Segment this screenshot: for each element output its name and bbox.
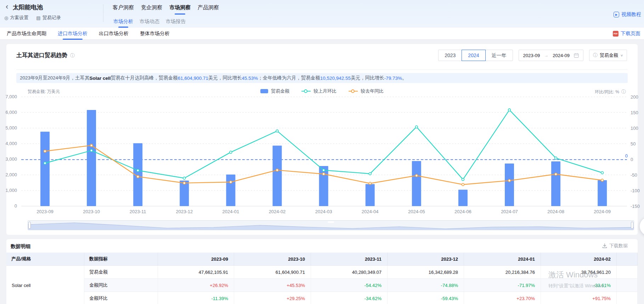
col-header-2024-01: 2024-01 xyxy=(464,253,541,266)
chart-controls: 20232024近一年 2023-09 → 2024-09 ⓘ 贸易金额 ∨ xyxy=(438,50,627,61)
subtab-市场报告[interactable]: 市场报告 xyxy=(166,18,186,28)
info-icon[interactable]: ⓘ xyxy=(70,52,75,59)
tab-竞企洞察[interactable]: 竞企洞察 xyxy=(141,4,162,15)
value-贸易金额-2024-02: 38,764,961.20 xyxy=(541,266,617,279)
page-title: 太阳能电池 xyxy=(13,3,43,11)
download-data-button[interactable]: 下载数据 xyxy=(602,243,628,249)
header-action-贸易记录[interactable]: ▤贸易记录 xyxy=(36,15,61,21)
back-to-top-button[interactable] xyxy=(640,217,644,236)
tab-市场洞察[interactable]: 市场洞察 xyxy=(169,4,191,15)
legend-bar-swatch xyxy=(260,89,268,93)
col-header-2023-10: 2023-10 xyxy=(234,253,311,266)
nav-产品市场生命周期[interactable]: 产品市场生命周期 xyxy=(7,28,46,40)
product-cell: Solar cell xyxy=(6,266,84,304)
summary-text: ；全年低峰为六月，贸易金额 xyxy=(258,75,320,81)
download-page-label: 下载页面 xyxy=(621,31,640,37)
col-header-indicator: 数据指标 xyxy=(84,253,158,266)
row-label-金额环比: 金额环比 xyxy=(84,292,158,304)
row-label-金额同比: 金额同比 xyxy=(84,279,158,292)
value-金额同比-2023-12: -74.88% xyxy=(388,279,464,292)
value-贸易金额-2023-10: 61,604,900.71 xyxy=(234,266,311,279)
legend-item-较上月环比[interactable]: 较上月环比 xyxy=(301,88,337,94)
subtab-市场分析[interactable]: 市场分析 xyxy=(113,18,133,28)
legend-item-较去年同比[interactable]: 较去年同比 xyxy=(349,88,384,94)
table-section-title: 数据明细 xyxy=(11,243,30,250)
summary-highlight: 10,520,942.55 xyxy=(320,76,351,81)
row-filler xyxy=(617,279,638,292)
value-金额同比-2024-01: -71.97% xyxy=(464,279,541,292)
tab-产品洞察[interactable]: 产品洞察 xyxy=(198,4,219,15)
value-金额同比-2024-02: -33.61% xyxy=(541,279,617,292)
year-button-近一年[interactable]: 近一年 xyxy=(485,50,513,61)
subtab-label: 市场报告 xyxy=(166,18,186,24)
value-金额同比-2023-11: -54.42% xyxy=(311,279,388,292)
datazoom-grip[interactable] xyxy=(328,221,334,223)
summary-text: 美元，同比增长 xyxy=(208,75,242,81)
download-page-button[interactable]: PDF 下载页面 xyxy=(613,31,640,37)
divider xyxy=(103,4,103,22)
nav-出口市场分析[interactable]: 出口市场分析 xyxy=(99,28,129,40)
subtab-市场动态[interactable]: 市场动态 xyxy=(140,18,159,28)
video-tutorial-button[interactable]: ▶ 视频教程 xyxy=(614,11,641,18)
analysis-nav: 产品市场生命周期进口市场分析出口市场分析整体市场分析 xyxy=(0,28,644,40)
datazoom-right-handle[interactable] xyxy=(631,222,633,229)
divider xyxy=(16,70,628,70)
summary-text: Solar cell xyxy=(90,76,111,81)
video-tutorial-label: 视频教程 xyxy=(621,11,641,18)
chart-title-row: 土耳其进口贸易趋势 ⓘ xyxy=(16,52,75,59)
summary-text: 贸易在十月达到高峰，贸易金额 xyxy=(111,75,178,81)
active-underline xyxy=(175,13,185,15)
nav-label: 产品市场生命周期 xyxy=(7,31,46,36)
header-action-方案设置[interactable]: ◎方案设置 xyxy=(4,15,28,21)
subtab-label: 市场分析 xyxy=(113,18,133,24)
value-贸易金额-2024-01: 20,216,384.76 xyxy=(464,266,541,279)
download-icon xyxy=(602,243,607,248)
col-header-2024-02: 2024-02 xyxy=(541,253,617,266)
row-filler xyxy=(617,292,638,304)
col-header-filler xyxy=(617,253,638,266)
value-金额环比-2023-10: +29.25% xyxy=(234,292,311,304)
left-axis-unit: 贸易金额: 万美元 xyxy=(28,89,60,95)
datazoom-slider[interactable] xyxy=(28,220,634,230)
date-range-picker[interactable]: 2023-09 → 2024-09 xyxy=(519,50,583,61)
info-icon[interactable]: ⓘ xyxy=(621,89,626,95)
date-range-end: 2024-09 xyxy=(553,53,570,58)
summary-text: 2023年9月至2024年9月，土耳其 xyxy=(20,75,90,81)
back-icon[interactable]: ‹ xyxy=(6,3,8,11)
header-action-label: 方案设置 xyxy=(10,15,28,21)
right-axis-unit-label: 环比/同比: % xyxy=(595,89,619,95)
tab-label: 竞企洞察 xyxy=(141,4,162,10)
value-贸易金额-2023-12: 16,342,689.28 xyxy=(388,266,464,279)
nav-label: 进口市场分析 xyxy=(58,31,87,36)
value-贸易金额-2023-09: 47,662,105.91 xyxy=(158,266,234,279)
play-icon: ▶ xyxy=(614,12,619,17)
row-label-贸易金额: 贸易金额 xyxy=(84,266,158,279)
tab-label: 市场洞察 xyxy=(169,4,191,10)
year-button-2024[interactable]: 2024 xyxy=(462,50,485,61)
legend-ring xyxy=(304,89,307,93)
nav-整体市场分析[interactable]: 整体市场分析 xyxy=(140,28,170,40)
year-filter-group: 20232024近一年 xyxy=(438,50,513,61)
import-trend-card: 土耳其进口贸易趋势 ⓘ 20232024近一年 2023-09 → 2024-0… xyxy=(6,44,638,235)
value-金额环比-2023-09: -11.39% xyxy=(158,292,234,304)
legend-ring xyxy=(351,89,355,93)
metric-select[interactable]: ⓘ 贸易金额 ∨ xyxy=(589,50,627,61)
nav-label: 整体市场分析 xyxy=(140,31,170,36)
summary-highlight: 61,604,900.71 xyxy=(178,76,208,81)
year-button-2023[interactable]: 2023 xyxy=(438,50,462,61)
nav-进口市场分析[interactable]: 进口市场分析 xyxy=(58,28,87,40)
chevron-down-icon: ∨ xyxy=(620,54,623,57)
tab-label: 产品洞察 xyxy=(198,4,219,10)
value-金额同比-2023-09: +26.92% xyxy=(158,279,234,292)
legend-label: 贸易金额 xyxy=(271,88,289,94)
datazoom-left-handle[interactable] xyxy=(28,222,31,229)
value-贸易金额-2023-11: 40,280,349.07 xyxy=(311,266,388,279)
pdf-icon: PDF xyxy=(613,31,618,37)
legend-item-贸易金额[interactable]: 贸易金额 xyxy=(260,88,289,94)
summary-banner: 2023年9月至2024年9月，土耳其Solar cell贸易在十月达到高峰，贸… xyxy=(16,73,628,83)
value-金额环比-2023-12: -59.43% xyxy=(388,292,464,304)
header-actions: ◎方案设置▤贸易记录 xyxy=(4,15,61,21)
detail-table: 产品/规格数据指标2023-092023-102023-112023-12202… xyxy=(6,253,638,304)
tab-客户洞察[interactable]: 客户洞察 xyxy=(113,4,134,15)
header-action-label: 贸易记录 xyxy=(43,15,61,21)
